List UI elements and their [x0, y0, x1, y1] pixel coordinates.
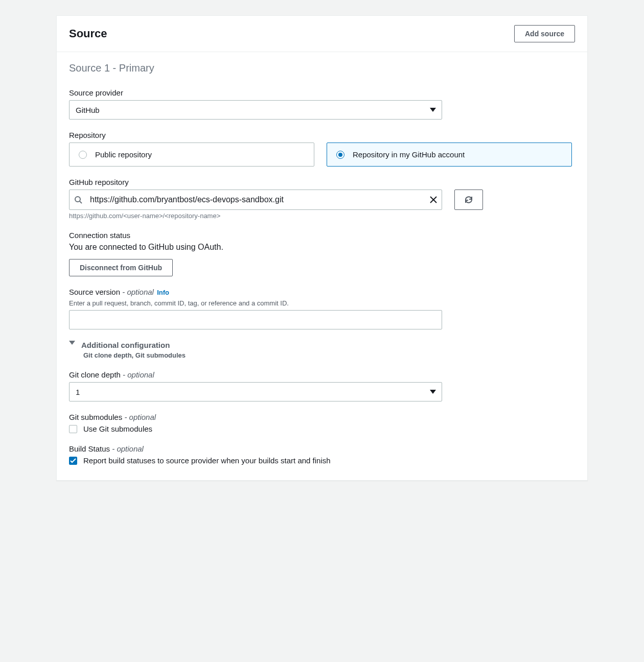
build-status-label: Build Status - optional	[69, 444, 575, 453]
radio-icon	[79, 151, 87, 159]
build-status-checkbox[interactable]	[69, 457, 77, 465]
build-status-field: Build Status - optional Report build sta…	[69, 444, 575, 465]
additional-config-field: Additional configuration Git clone depth…	[69, 341, 575, 359]
git-clone-depth-label: Git clone depth - optional	[69, 370, 575, 379]
radio-icon	[336, 151, 344, 159]
source-provider-field: Source provider GitHub	[69, 88, 575, 120]
source-provider-label: Source provider	[69, 88, 575, 97]
refresh-icon	[464, 195, 473, 204]
panel-header: Source Add source	[57, 16, 587, 52]
section-title: Source 1 - Primary	[69, 62, 575, 74]
repo-option-public-label: Public repository	[95, 150, 152, 159]
git-submodules-field: Git submodules - optional Use Git submod…	[69, 413, 575, 433]
source-version-desc: Enter a pull request, branch, commit ID,…	[69, 299, 575, 307]
additional-config-toggle[interactable]: Additional configuration	[69, 341, 575, 349]
build-status-checkbox-label: Report build statuses to source provider…	[83, 456, 331, 465]
git-clone-depth-field: Git clone depth - optional 1	[69, 370, 575, 401]
source-panel: Source Add source Source 1 - Primary Sou…	[56, 15, 588, 481]
additional-config-subtitle: Git clone depth, Git submodules	[83, 351, 575, 359]
svg-marker-5	[69, 341, 75, 345]
source-provider-value: GitHub	[69, 100, 442, 120]
panel-title: Source	[69, 27, 107, 40]
svg-point-1	[75, 197, 80, 202]
search-icon	[74, 196, 82, 204]
disconnect-button[interactable]: Disconnect from GitHub	[69, 259, 173, 276]
caret-down-icon	[69, 341, 75, 345]
info-link[interactable]: Info	[157, 289, 169, 296]
source-version-input[interactable]	[69, 310, 442, 329]
repo-option-public[interactable]: Public repository	[69, 143, 314, 167]
connection-field: Connection status You are connected to G…	[69, 231, 575, 276]
refresh-button[interactable]	[454, 190, 483, 210]
source-version-label: Source version - optional Info	[69, 288, 575, 296]
github-repo-input[interactable]	[69, 190, 442, 210]
github-repo-field: GitHub repository	[69, 178, 575, 220]
repository-field: Repository Public repository Repository …	[69, 131, 575, 167]
clear-icon[interactable]	[430, 196, 437, 203]
github-repo-label: GitHub repository	[69, 178, 575, 186]
repository-label: Repository	[69, 131, 575, 139]
add-source-button[interactable]: Add source	[514, 25, 575, 42]
github-repo-hint: https://github.com/<user-name>/<reposito…	[69, 212, 575, 220]
repo-option-my-account[interactable]: Repository in my GitHub account	[327, 143, 572, 167]
repository-options: Public repository Repository in my GitHu…	[69, 143, 572, 167]
source-version-field: Source version - optional Info Enter a p…	[69, 288, 575, 329]
git-submodules-label: Git submodules - optional	[69, 413, 575, 421]
panel-body: Source 1 - Primary Source provider GitHu…	[57, 52, 587, 480]
git-clone-depth-select[interactable]: 1	[69, 382, 442, 401]
repo-option-my-account-label: Repository in my GitHub account	[353, 150, 465, 159]
connection-label: Connection status	[69, 231, 575, 240]
additional-config-title: Additional configuration	[81, 341, 170, 349]
svg-line-2	[80, 201, 82, 203]
source-provider-select[interactable]: GitHub	[69, 100, 442, 120]
git-submodules-checkbox-label: Use Git submodules	[83, 424, 152, 433]
git-clone-depth-value: 1	[69, 382, 442, 401]
connection-text: You are connected to GitHub using OAuth.	[69, 243, 575, 252]
git-submodules-checkbox[interactable]	[69, 425, 77, 433]
